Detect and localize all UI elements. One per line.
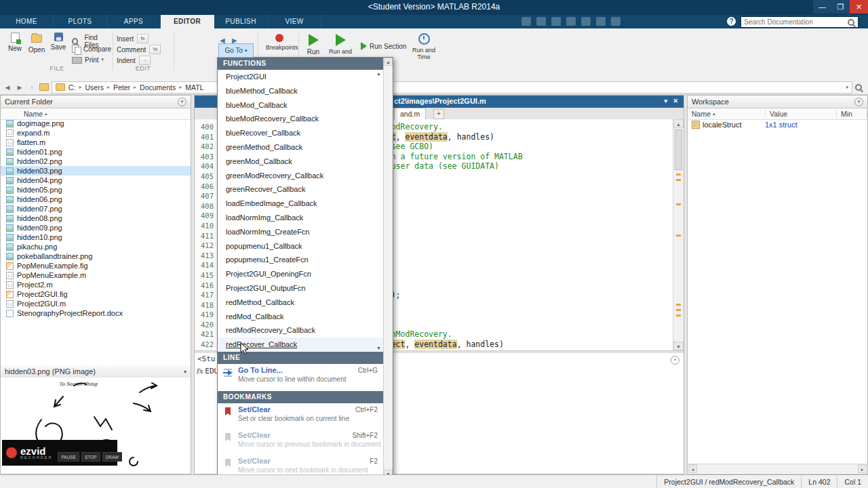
close-button[interactable]: ✕ — [850, 0, 868, 14]
ribbon-tab-editor[interactable]: EDITOR — [161, 15, 214, 28]
editor-close-icon[interactable]: ✕ — [673, 98, 678, 104]
bookmark-menu-item[interactable]: Set/Clear Ctrl+F2 Set or clear bookmark … — [218, 403, 383, 429]
menu-scrollbar[interactable]: ▲ ▼ — [383, 58, 393, 478]
file-row[interactable]: Project2GUI.m — [1, 299, 191, 308]
run-button[interactable]: Run — [302, 33, 324, 56]
file-row[interactable]: hidden03.png — [1, 166, 191, 176]
goto-menu-function-item[interactable]: Project2GUI_OutputFcn — [218, 281, 383, 296]
search-documentation-input[interactable] — [741, 18, 848, 26]
goto-menu-function-item[interactable]: greenMethod_Callback — [218, 140, 383, 155]
file-row[interactable]: hidden09.png — [1, 223, 191, 232]
help-icon[interactable]: ? — [727, 17, 736, 26]
goto-menu-function-item[interactable]: redMod_Callback — [218, 310, 383, 324]
ribbon-tab-home[interactable]: HOME — [0, 15, 54, 28]
insert-fx-icon[interactable]: fx — [137, 34, 149, 43]
bookmark-menu-item[interactable]: Set/Clear Shift+F2 Move cursor to previo… — [218, 429, 383, 455]
goto-menu-function-item[interactable]: loadNormImg_Callback — [218, 211, 383, 225]
hscroll-right-icon[interactable]: ▸ — [858, 464, 867, 473]
insert-button[interactable]: Insert fx — [117, 34, 149, 43]
switch-windows-icon[interactable] — [611, 17, 620, 26]
goto-menu-function-item[interactable]: greenRecover_Callback — [218, 182, 383, 197]
recorder-button-draw[interactable]: DRAW — [102, 452, 123, 462]
go-to-line-item[interactable]: Go To Line... Ctrl+G Move cursor to line… — [218, 364, 383, 391]
save-button[interactable]: Save — [47, 33, 69, 51]
indent-button[interactable]: Indent → — [117, 56, 151, 65]
goto-menu-function-item[interactable]: greenModRecovery_Callback — [218, 169, 383, 183]
goto-menu-function-item[interactable]: popupmenu1_CreateFcn — [218, 253, 383, 267]
search-icon[interactable] — [848, 19, 854, 26]
minimize-button[interactable]: — — [813, 0, 831, 14]
code-marker[interactable] — [676, 314, 681, 317]
breakpoints-button[interactable]: Breakpoints — [266, 33, 293, 51]
goto-menu-function-item[interactable]: greenMod_Callback — [218, 155, 383, 169]
goto-menu-function-item[interactable]: blueMethod_Callback — [218, 84, 383, 98]
comment-percent-icon[interactable]: % — [149, 45, 161, 54]
goto-menu-function-item[interactable]: popupmenu1_Callback — [218, 239, 383, 253]
file-row[interactable]: hidden04.png — [1, 176, 191, 185]
editor-menu-icon[interactable]: ▾ — [664, 98, 667, 104]
path-dropdown-icon[interactable]: ▾ — [846, 85, 848, 90]
paste-icon[interactable] — [566, 17, 576, 26]
ribbon-tab-publish[interactable]: PUBLISH — [214, 15, 268, 28]
code-marker[interactable] — [676, 309, 681, 311]
new-tab-button[interactable]: + — [433, 109, 444, 119]
goto-menu-function-item[interactable]: blueModRecovery_Callback — [218, 112, 383, 126]
workspace-column-name[interactable]: Name▴ — [688, 110, 766, 118]
workspace-menu-icon[interactable]: ▾ — [854, 98, 863, 106]
scroll-down-icon[interactable]: ▼ — [673, 342, 684, 350]
back-icon[interactable]: ◀ — [3, 84, 12, 91]
function-list-scroll-up-icon[interactable]: ▲ — [376, 71, 381, 76]
file-row[interactable]: hidden01.png — [1, 147, 191, 157]
editor-scrollbar-thumb[interactable] — [675, 129, 682, 170]
new-button[interactable]: New — [4, 33, 26, 52]
code-marker[interactable] — [676, 179, 681, 181]
workspace-column-value[interactable]: Value — [766, 110, 837, 118]
file-row[interactable]: expand.m — [1, 128, 191, 138]
cut-icon[interactable] — [536, 17, 546, 26]
redo-icon[interactable] — [596, 17, 606, 26]
run-and-advance-button[interactable]: Run and — [327, 33, 354, 55]
ribbon-tab-view[interactable]: VIEW — [268, 15, 321, 28]
goto-menu-function-item[interactable]: loadNormImg_CreateFcn — [218, 225, 383, 239]
indent-arrow-icon[interactable]: → — [139, 56, 151, 65]
goto-menu-function-item[interactable]: loadEmbedImage_Callback — [218, 197, 383, 211]
open-button[interactable]: Open — [26, 33, 47, 54]
breadcrumb-segment[interactable]: MATL — [185, 83, 203, 92]
file-row[interactable]: Project2.m — [1, 280, 191, 289]
preview-collapse-icon[interactable]: ▾ — [184, 369, 186, 375]
undo-icon[interactable] — [581, 17, 591, 26]
go-to-button[interactable]: Go To ▾ — [218, 43, 254, 58]
comment-button[interactable]: Comment % — [117, 45, 161, 54]
file-row[interactable]: PopMenuExample.fig — [1, 261, 191, 270]
goto-menu-function-item[interactable]: redMethod_Callback — [218, 296, 383, 310]
copy-icon[interactable] — [551, 17, 561, 26]
print-button[interactable]: Print ▾ — [72, 56, 104, 64]
file-row[interactable]: dogimage.png — [1, 119, 191, 128]
save-quick-icon[interactable] — [521, 17, 531, 26]
hscroll-left-icon[interactable]: ◂ — [688, 464, 697, 473]
browse-folder-icon[interactable] — [39, 83, 49, 91]
file-row[interactable]: flatten.m — [1, 138, 191, 147]
file-row[interactable]: hidden02.png — [1, 157, 191, 166]
up-folder-icon[interactable]: ↑ — [27, 84, 37, 91]
run-and-time-button[interactable]: Run and Time — [408, 33, 439, 60]
menu-scroll-up-icon[interactable]: ▲ — [384, 58, 393, 66]
editor-scrollbar[interactable]: ▲ ▼ — [673, 119, 684, 350]
file-row[interactable]: StenographyProjectReport.docx — [1, 308, 191, 318]
workspace-hscrollbar[interactable]: ◂ ▸ — [688, 464, 867, 473]
file-row[interactable]: hidden08.png — [1, 214, 191, 223]
run-section-button[interactable]: Run Section — [361, 42, 406, 50]
compare-button[interactable]: Compare — [72, 45, 111, 54]
goto-menu-function-item[interactable]: blueRecover_Callback — [218, 126, 383, 140]
file-row[interactable]: hidden07.png — [1, 204, 191, 214]
goto-menu-function-item[interactable]: redModRecovery_Callback — [218, 323, 383, 338]
scroll-up-icon[interactable]: ▲ — [673, 119, 684, 128]
code-marker[interactable] — [676, 203, 681, 205]
recorder-button-pause[interactable]: PAUSE — [58, 452, 79, 462]
file-row[interactable]: pokeballandtrainer.png — [1, 251, 191, 261]
goto-menu-function-item[interactable]: Project2GUI_OpeningFcn — [218, 267, 383, 281]
code-marker[interactable] — [676, 235, 681, 237]
file-row[interactable]: hidden05.png — [1, 185, 191, 195]
breadcrumb-segment[interactable]: C: — [68, 83, 76, 92]
file-row[interactable]: hidden06.png — [1, 195, 191, 204]
